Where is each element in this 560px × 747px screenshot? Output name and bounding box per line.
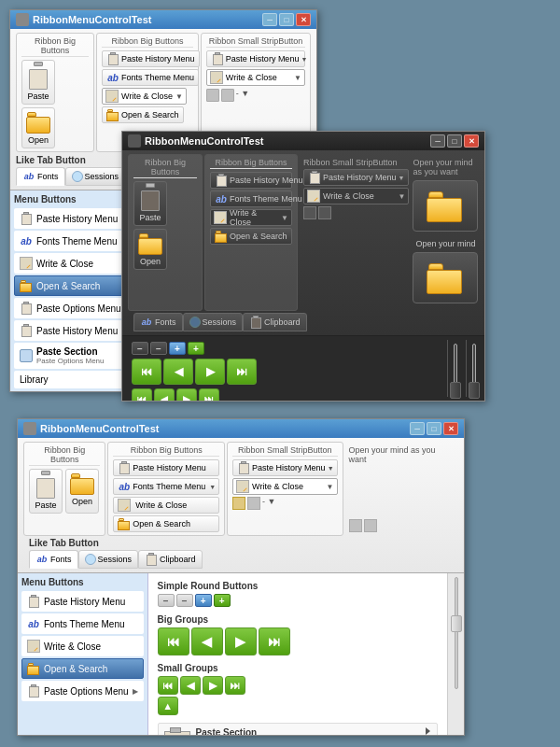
title-bar-2[interactable]: RibbonMenuControlTest ─ □ ✕	[122, 132, 484, 150]
big-arrow-forward[interactable]: ⏭	[259, 627, 290, 655]
menu-paste-history2[interactable]: Paste History Menu ▶	[14, 320, 136, 341]
big-arrow-left[interactable]: ◀	[191, 627, 223, 655]
open-search-3-btn[interactable]: Open & Search	[113, 515, 219, 532]
tab-3-clipboard-icon	[145, 553, 158, 566]
sm-arrow-left[interactable]: ◀	[180, 676, 201, 695]
round-minus-2[interactable]: −	[176, 594, 193, 607]
title-controls-1[interactable]: ─ □ ✕	[262, 13, 311, 26]
minimize-button-3[interactable]: ─	[410, 422, 425, 435]
paste-history-small-btn[interactable]: Paste History Menu	[102, 50, 200, 67]
maximize-button-1[interactable]: □	[279, 13, 294, 26]
dark-arrow-back2[interactable]: ⏮	[132, 388, 152, 401]
tab-3-clipboard[interactable]: Clipboard	[138, 550, 203, 569]
dark-arrow-left-lg[interactable]: ◀	[163, 359, 193, 385]
menu-library[interactable]: Library	[14, 371, 136, 388]
open-dark-btn[interactable]: Open	[133, 229, 167, 270]
menu-3-paste-options[interactable]: Paste Options Menu ▶	[21, 681, 144, 701]
dark-round-minus2[interactable]: −	[150, 342, 167, 355]
dark-slider-thumb-2[interactable]	[469, 382, 480, 399]
menu-paste-options[interactable]: Paste Options Menu ▶	[14, 298, 136, 318]
round-plus-blue[interactable]: +	[195, 594, 212, 607]
dark-tab-fonts[interactable]: ab Fonts	[133, 313, 183, 331]
title-controls-3[interactable]: ─ □ ✕	[410, 422, 458, 435]
menu-paste-section[interactable]: Paste Section Paste Options Menu ▶	[14, 343, 136, 369]
paste-hist-strip-3-btn[interactable]: Paste History Menu ▼	[232, 459, 337, 476]
dark-arrow-left2[interactable]: ◀	[154, 388, 175, 401]
write-close-3-btn[interactable]: Write & Close	[113, 497, 219, 514]
open-search-dark-btn[interactable]: Open & Search	[210, 228, 292, 245]
write-close-strip-3-combo[interactable]: Write & Close ▼	[232, 478, 337, 495]
sm-arrow-forward[interactable]: ⏭	[225, 676, 245, 695]
maximize-button-2[interactable]: □	[447, 134, 462, 148]
big-arrow-back[interactable]: ⏮	[158, 627, 189, 655]
minimize-button-2[interactable]: ─	[430, 134, 445, 148]
close-button-3[interactable]: ✕	[443, 422, 458, 435]
paste-3-btn[interactable]: Paste	[29, 469, 63, 514]
dark-arrow-right2[interactable]: ▶	[176, 388, 197, 401]
fonts-3-label: Fonts Theme Menu	[133, 482, 205, 491]
dark-tab-sessions[interactable]: Sessions	[183, 313, 244, 331]
dark-round-minus[interactable]: −	[132, 342, 148, 355]
write-close-text: Write & Close	[121, 92, 173, 101]
write-close-dark-combo[interactable]: Write & Close ▼	[210, 209, 292, 226]
title-bar-3[interactable]: RibbonMenuControlTest ─ □ ✕	[18, 419, 464, 438]
paste-section-inner: Paste Section Paste Options menu where y…	[162, 727, 433, 735]
open-3-btn[interactable]: Open	[65, 469, 99, 514]
dark-arrow-forward-lg[interactable]: ⏭	[227, 359, 257, 385]
paste-hist-dark-btn[interactable]: Paste History Menu	[210, 172, 292, 189]
slider-thumb-3[interactable]	[451, 615, 462, 632]
round-plus-green[interactable]: +	[214, 594, 231, 607]
dark-slider-1[interactable]	[447, 340, 462, 397]
dark-combo-strip[interactable]: Write & Close ▼	[303, 188, 409, 204]
close-button-1[interactable]: ✕	[296, 13, 311, 26]
folder-3-sm-body	[118, 521, 130, 530]
fonts-3-btn[interactable]: ab Fonts Theme Menu ▼	[113, 478, 219, 495]
paste-history-strip-btn[interactable]: Paste History Menu ▼	[206, 50, 305, 67]
tab-3-fonts[interactable]: ab Fonts	[29, 550, 78, 569]
title-controls-2[interactable]: ─ □ ✕	[430, 134, 479, 148]
dark-large-btn-2[interactable]	[413, 252, 478, 303]
write-close-combo[interactable]: Write & Close ▼	[102, 88, 187, 105]
small-groups-header: Small Groups	[158, 663, 438, 673]
dark-round-blue[interactable]: +	[169, 342, 186, 355]
sm-arrow-back[interactable]: ⏮	[158, 676, 178, 695]
write-close-strip-combo[interactable]: Write & Close ▼	[206, 69, 305, 86]
open-search-small-btn[interactable]: Open & Search	[102, 106, 184, 123]
fonts-dark-btn[interactable]: ab Fonts Theme Menu	[210, 190, 292, 207]
dark-arrow-right-lg[interactable]: ▶	[195, 359, 225, 385]
menu-3-write-close[interactable]: Write & Close	[21, 636, 144, 656]
paste-big-button[interactable]: Paste	[21, 60, 55, 105]
dark-tab-fonts-label: Fonts	[155, 317, 176, 327]
paste-dark-btn[interactable]: Paste	[133, 181, 167, 226]
paste-hist-3-btn[interactable]: Paste History Menu	[113, 459, 219, 476]
dark-slider-thumb-1[interactable]	[450, 382, 461, 399]
dark-arrow-back-lg[interactable]: ⏮	[132, 359, 161, 385]
dark-arrow-forward2[interactable]: ⏭	[199, 388, 219, 401]
dark-slider-2[interactable]	[466, 340, 481, 397]
menu-open-search[interactable]: Open & Search	[14, 275, 136, 296]
menu-3-fonts-theme[interactable]: ab Fonts Theme Menu	[21, 613, 144, 634]
sm-arrow-up[interactable]: ▲	[158, 697, 178, 715]
minimize-button-1[interactable]: ─	[262, 13, 277, 26]
menu-3-open-search[interactable]: Open & Search	[21, 658, 144, 679]
menu-fonts-theme[interactable]: ab Fonts Theme Menu	[14, 231, 136, 251]
menu-3-paste-history[interactable]: Paste History Menu	[21, 591, 144, 612]
maximize-button-3[interactable]: □	[427, 422, 441, 435]
close-button-2[interactable]: ✕	[464, 134, 479, 148]
dark-large-btn-1[interactable]	[413, 180, 478, 232]
menu-write-close[interactable]: Write & Close	[14, 253, 136, 274]
menu-3-fonts-icon: ab	[27, 617, 40, 630]
dark-paste-strip-btn[interactable]: Paste History Menu ▼	[303, 169, 409, 186]
tab-fonts[interactable]: ab Fonts	[16, 167, 65, 186]
title-bar-1[interactable]: RibbonMenuControlTest ─ □ ✕	[10, 10, 316, 29]
open-big-button[interactable]: Open	[21, 107, 55, 148]
menu-paste-history[interactable]: Paste History Menu	[14, 208, 136, 229]
sm-arrow-right[interactable]: ▶	[203, 676, 223, 695]
round-minus-1[interactable]: −	[158, 594, 175, 607]
tab-3-sessions[interactable]: Sessions	[78, 550, 139, 569]
tab-sessions[interactable]: Sessions	[65, 167, 126, 186]
dark-tab-clipboard[interactable]: Clipboard	[243, 313, 307, 331]
big-arrow-right[interactable]: ▶	[225, 627, 257, 655]
fonts-theme-small-btn[interactable]: ab Fonts Theme Menu	[102, 69, 199, 86]
dark-round-green[interactable]: +	[188, 342, 204, 355]
